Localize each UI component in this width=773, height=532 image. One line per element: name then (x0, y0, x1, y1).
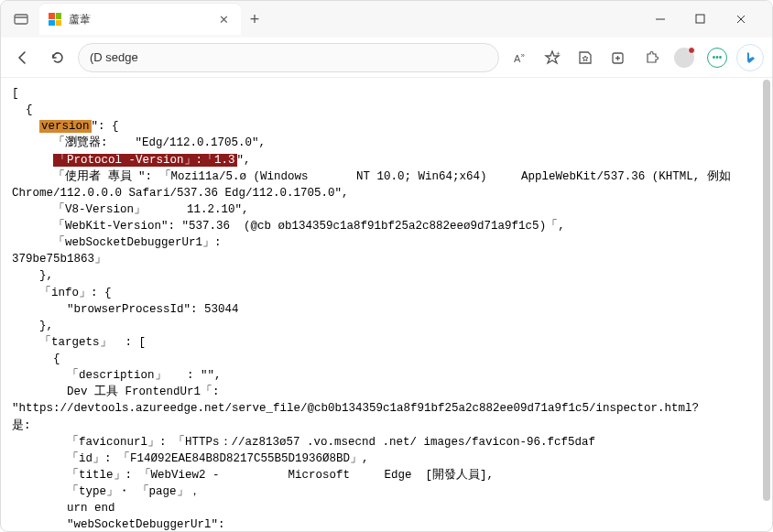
favicon-label: 「faviconurl」: 「HTTPs：//az813ø57 .vo.msec… (67, 436, 595, 449)
extensions-button[interactable] (637, 43, 666, 72)
type-label: 「type」・ 「page」， (67, 485, 201, 498)
protocol-suffix: ", (237, 154, 251, 167)
more-button[interactable]: ••• (702, 43, 732, 72)
useragent-awk: AppleWebKit/537.36 (KHTML, 例如 (521, 170, 731, 183)
scrollbar[interactable] (763, 80, 770, 525)
scrollbar-thumb[interactable] (763, 80, 770, 501)
collections-button[interactable] (604, 43, 633, 72)
minimize-button[interactable] (655, 14, 677, 25)
urn-label: urn end (67, 502, 115, 515)
profile-button[interactable] (670, 43, 699, 72)
info-label: 「info」: { (39, 287, 112, 299)
browser-value: "Edg/112.0.1705.0", (136, 136, 267, 149)
targets-label: 「targets」 : [ (39, 336, 146, 349)
id-label: 「id」: 「F14Ø92EAE84B8D8217C55B5D1936Ø8BD」… (67, 452, 369, 465)
useragent-label: 「使用者 專員 ": 「Mozi11a/5.ø (Windows (53, 170, 309, 183)
svg-text:+: + (556, 49, 561, 58)
svg-rect-3 (696, 15, 704, 23)
ms-logo-icon (49, 13, 61, 26)
info-pid: "browserProcessId": 53044 (67, 303, 239, 316)
back-button[interactable] (8, 43, 38, 72)
bing-chat-button[interactable] (735, 43, 765, 72)
more-icon: ••• (707, 48, 727, 68)
v8-label: 「V8-Version」 (53, 203, 146, 216)
webkit-label: 「WebKit-Version": (53, 220, 175, 233)
close-tab-button[interactable]: ✕ (215, 13, 232, 27)
favorite-button[interactable]: + (538, 43, 567, 72)
useragent-nt: NT 10.0; Win64;x64) (356, 170, 487, 183)
desc-label: 「description」 : "", (67, 369, 222, 382)
devtools-label: Dev 工具 FrontendUr1「: (67, 385, 220, 398)
webkit-value: "537.36 (@cb øb134359c1a8f91bf25a2c882ee… (182, 220, 565, 233)
title-label: 「title」: 「WebView2 - Microsoft Edge [開發人… (67, 469, 494, 482)
maximize-button[interactable] (695, 14, 717, 25)
titlebar: 蘆葦 ✕ + (1, 1, 772, 38)
page-content: [ { version": { 「瀏覽器: "Edg/112.0.1705.0"… (1, 78, 772, 532)
wsdebug-label: 「webSocketDebuggerUr1」: (53, 236, 222, 249)
refresh-button[interactable] (43, 43, 72, 72)
close-window-button[interactable] (735, 14, 757, 25)
window-controls (655, 14, 765, 25)
wsurl-label: "webSocketDebuggerUrl": (67, 518, 225, 531)
browser-tab[interactable]: 蘆葦 ✕ (39, 4, 241, 35)
new-tab-button[interactable]: + (241, 10, 268, 29)
address-bar[interactable]: (D sedge (78, 43, 499, 72)
protocol-highlight: 「Protocol -Version」:「1.3 (53, 154, 237, 167)
wsdebug-value: 379be75b1863」 (12, 253, 106, 266)
devtools-suffix: 是: (12, 419, 31, 432)
svg-rect-0 (15, 15, 27, 24)
bing-icon (736, 44, 764, 71)
useragent-line2: Chrome/112.0.0.0 Safari/537.36 Edg/112.0… (12, 187, 349, 200)
tab-title: 蘆葦 (69, 12, 215, 27)
version-key-highlight: version (39, 120, 92, 133)
v8-value: 11.2.10", (187, 203, 249, 216)
avatar-icon (674, 48, 694, 68)
toolbar: (D sedge A» + ••• (1, 38, 772, 78)
favorites-list-button[interactable] (571, 43, 600, 72)
devtools-url: "https://devtools.azureedge.net/serve_fi… (12, 402, 699, 415)
tab-preview-icon[interactable] (8, 6, 34, 32)
read-aloud-button[interactable]: A» (505, 43, 534, 72)
browser-label: 「瀏覽器: (53, 136, 108, 149)
address-text: (D sedge (90, 50, 138, 64)
